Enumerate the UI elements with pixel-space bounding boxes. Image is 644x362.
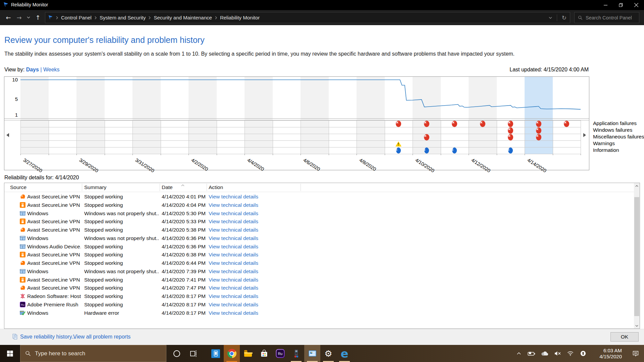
taskbar-app-microsoft-store[interactable] [256,345,272,362]
table-row[interactable]: Windows Hardware error 4/14/2020 8:17 PM… [4,309,632,317]
axis-tick [497,154,497,155]
nav-history-chevron-icon[interactable] [25,13,32,22]
taskbar-app-file-explorer[interactable] [240,345,256,362]
volume-status[interactable] [552,345,563,362]
column-header-date[interactable]: Date [162,183,173,192]
error-icon: ✕ [536,127,542,134]
table-row[interactable]: Windows Windows was not properly shut...… [4,209,632,218]
view-technical-details-link[interactable]: View technical details [209,192,276,201]
taskbar-app-settings[interactable]: ⚙ [320,345,336,362]
table-row[interactable]: Avast SecureLine VPN Stopped working 4/1… [4,201,632,209]
column-divider [82,184,82,191]
cortana-button[interactable] [169,345,185,362]
battery-status[interactable] [526,345,537,362]
avast-swoosh-icon [20,260,25,266]
taskbar-app-premiere-rush[interactable]: Ru [272,345,288,362]
view-technical-details-link[interactable]: View technical details [209,284,276,292]
breadcrumb-item[interactable]: Reliability Monitor [220,15,260,20]
axis-tick [581,154,581,155]
taskbar-app-3d-viewer[interactable] [288,345,304,362]
view-by-days-link[interactable]: Days [26,67,39,72]
network-status[interactable] [565,345,576,362]
chart-scroll-right-icon[interactable] [583,133,586,137]
breadcrumb-chevron-icon [215,16,217,19]
view-by-control: View by: Days | Weeks [4,67,60,73]
table-row[interactable]: Avast SecureLine VPN ... Stopped working… [4,226,632,234]
forward-button[interactable]: → [14,13,24,22]
view-technical-details-link[interactable]: View technical details [209,242,276,251]
vertical-scrollbar[interactable] [634,183,640,328]
view-technical-details-link[interactable]: View technical details [209,300,276,309]
save-reliability-history-link[interactable]: Save reliability history... [20,334,76,340]
view-technical-details-link[interactable]: View technical details [209,209,276,218]
chart-scroll-left-icon[interactable] [6,133,9,137]
taskbar-search-input[interactable]: Type here to search [20,345,166,362]
view-by-weeks-link[interactable]: Weeks [43,67,60,72]
tray-expand-button[interactable] [513,345,525,362]
window-title: Reliability Monitor [11,2,48,7]
view-technical-details-link[interactable]: View technical details [209,201,276,209]
start-button[interactable] [0,345,20,362]
view-technical-details-link[interactable]: View technical details [209,292,276,300]
table-row[interactable]: Avast SecureLine VPN Stopped working 4/1… [4,250,632,259]
table-row[interactable]: Avast SecureLine VPN ... Stopped working… [4,259,632,267]
breadcrumb-item[interactable]: Security and Maintenance [154,15,212,20]
ok-button[interactable]: OK [610,332,639,342]
scroll-down-icon[interactable] [634,323,640,328]
table-row[interactable]: Windows Audio Device... Stopped working … [4,242,632,251]
view-technical-details-link[interactable]: View technical details [209,226,276,234]
action-center-button[interactable] [630,345,641,362]
footer-bar: Save reliability history... View all pro… [0,329,644,345]
taskbar-app-reliability-monitor[interactable] [304,345,320,362]
view-technical-details-link[interactable]: View technical details [209,267,276,276]
table-row[interactable]: Radeon Software: Host... Stopped working… [4,292,632,300]
up-button[interactable]: ↑ [33,13,43,22]
address-bar[interactable]: Control PanelSystem and SecuritySecurity… [45,12,570,23]
task-view-button[interactable] [185,345,202,362]
error-icon: ✕ [564,120,570,127]
view-technical-details-link[interactable]: View technical details [209,309,276,317]
control-panel-search[interactable]: Search Control Panel [574,12,639,23]
taskbar-app-edge[interactable]: e [336,345,353,362]
address-dropdown-chevron-icon[interactable] [549,17,552,19]
refresh-icon[interactable]: ↻ [562,14,567,21]
taskbar-app-chrome[interactable] [224,345,240,362]
breadcrumb-item[interactable]: System and Security [100,15,146,20]
breadcrumb-item[interactable]: Control Panel [61,15,92,20]
view-technical-details-link[interactable]: View technical details [209,259,276,267]
close-button[interactable] [629,0,644,10]
table-row[interactable]: Windows Windows was not properly shut...… [4,267,632,276]
reliability-monitor-icon [308,349,317,358]
column-header-action[interactable]: Action [209,183,223,192]
scroll-up-icon[interactable] [634,183,640,189]
view-technical-details-link[interactable]: View technical details [209,250,276,259]
minimize-button[interactable] [598,0,613,10]
view-technical-details-link[interactable]: View technical details [209,276,276,284]
scrollbar-thumb[interactable] [634,197,639,316]
restore-button[interactable] [613,0,629,10]
column-header-source[interactable]: Source [10,183,26,192]
axis-tick [413,154,413,155]
column-header-summary[interactable]: Summary [84,183,106,192]
view-technical-details-link[interactable]: View technical details [209,217,276,226]
table-row[interactable]: Ru Adobe Premiere Rush Stopped working 4… [4,300,632,309]
onedrive-status[interactable] [539,345,550,362]
source-cell: Avast SecureLine VPN ... [27,192,81,201]
table-row[interactable]: Avast SecureLine VPN ... Stopped working… [4,284,632,292]
title-bar: Reliability Monitor [0,0,644,10]
axis-tick [189,154,189,155]
view-all-problem-reports-link[interactable]: View all problem reports [73,334,130,340]
source-cell: Avast SecureLine VPN [27,276,81,284]
view-technical-details-link[interactable]: View technical details [209,234,276,242]
table-row[interactable]: Avast SecureLine VPN ... Stopped working… [4,192,632,201]
error-icon: ✕ [507,134,514,140]
table-row[interactable]: Avast SecureLine VPN Stopped working 4/1… [4,217,632,226]
windows-icon [20,268,25,274]
taskbar-app-your-phone[interactable] [208,345,224,362]
table-row[interactable]: Windows Windows was not properly shut...… [4,234,632,242]
back-button[interactable]: ← [3,13,13,22]
backup-status[interactable] [577,345,589,362]
legend-item: Windows failures [593,127,643,133]
table-row[interactable]: Avast SecureLine VPN Stopped working 4/1… [4,276,632,284]
clock[interactable]: 6:03 AM 4/15/2020 [599,348,622,360]
